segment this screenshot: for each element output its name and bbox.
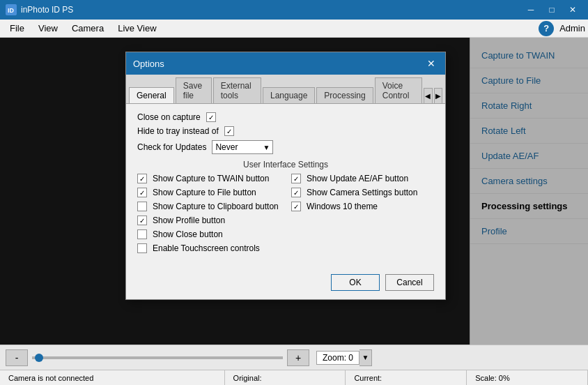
checkbox-capture-clipboard: Show Capture to Clipboard button [137, 202, 280, 211]
check-updates-label: Check for Updates [137, 142, 206, 152]
zoom-dropdown-arrow[interactable]: ▼ [359, 349, 372, 366]
cb-win10-theme[interactable] [291, 202, 301, 211]
tab-save-file[interactable]: Save file [176, 77, 212, 103]
cb-profile-btn[interactable] [137, 216, 147, 225]
checkbox-camera-settings: Show Camera Settings button [291, 188, 434, 197]
main-area: inPhoto ID PS Capture to TWAIN Capture t… [0, 38, 588, 345]
zoom-minus-button[interactable]: - [6, 349, 28, 366]
dialog-content: Close on capture Hide to tray instead of… [126, 104, 445, 269]
app-title: inPhoto ID PS [21, 5, 521, 15]
tab-general[interactable]: General [129, 87, 174, 103]
zoom-slider[interactable] [32, 356, 283, 359]
menu-view[interactable]: View [31, 21, 65, 36]
checkbox-touchscreen: Enable Touchscreen controls [137, 243, 280, 253]
menu-bar-right: ? Admin [539, 21, 585, 36]
modal-overlay: Options ✕ General Save file External too… [0, 38, 588, 345]
tab-processing[interactable]: Processing [316, 87, 373, 103]
tab-language[interactable]: Language [263, 87, 315, 103]
dropdown-arrow-icon: ▼ [263, 144, 270, 151]
dialog-title: Options [133, 59, 164, 69]
tab-right-arrow[interactable]: ▶ [434, 88, 442, 103]
admin-label: Admin [559, 23, 585, 33]
checkbox-grid: Show Capture to TWAIN button Show Captur… [137, 174, 434, 257]
scale-status: Scale: 0% [467, 370, 588, 385]
bottom-toolbar: - + Zoom: 0 ▼ [0, 345, 588, 370]
dialog-buttons: OK Cancel [126, 269, 445, 299]
option-close-on-capture: Close on capture [137, 112, 434, 122]
zoom-slider-thumb[interactable] [35, 354, 43, 362]
status-bar: Camera is not connected Original: Curren… [0, 370, 588, 385]
zoom-plus-button[interactable]: + [287, 349, 309, 366]
cb-capture-file[interactable] [137, 188, 147, 197]
tab-bar: General Save file External tools Languag… [126, 75, 445, 104]
dialog-title-bar: Options ✕ [126, 52, 445, 75]
checkbox-update-aeaf: Show Update AE/AF button [291, 174, 434, 183]
zoom-control: Zoom: 0 ▼ [316, 349, 372, 366]
original-status: Original: [225, 370, 346, 385]
minimize-button[interactable]: ─ [521, 3, 541, 17]
cb-capture-twain[interactable] [137, 174, 147, 183]
cancel-button[interactable]: Cancel [385, 274, 434, 291]
current-status: Current: [346, 370, 467, 385]
cb-capture-clipboard[interactable] [137, 202, 147, 211]
zoom-slider-track [32, 356, 283, 359]
checkbox-win10-theme: Windows 10 theme [291, 202, 434, 211]
hide-to-tray-checkbox[interactable] [224, 126, 234, 136]
checkbox-capture-twain: Show Capture to TWAIN button [137, 174, 280, 183]
dialog-close-button[interactable]: ✕ [424, 56, 438, 70]
help-button[interactable]: ? [539, 21, 554, 36]
zoom-label: Zoom: 0 [316, 351, 359, 365]
camera-status: Camera is not connected [0, 370, 225, 385]
menu-camera[interactable]: Camera [65, 21, 111, 36]
app-icon: ID [6, 4, 17, 15]
maximize-button[interactable]: □ [542, 3, 562, 17]
cb-update-aeaf[interactable] [291, 174, 301, 183]
cb-touchscreen[interactable] [137, 243, 147, 253]
option-check-updates: Check for Updates Never ▼ [137, 140, 434, 154]
svg-text:ID: ID [8, 7, 15, 14]
close-button[interactable]: ✕ [563, 3, 582, 17]
cb-camera-settings[interactable] [291, 188, 301, 197]
hide-to-tray-label: Hide to tray instead of [137, 126, 219, 136]
checkbox-col-right: Show Update AE/AF button Show Camera Set… [291, 174, 434, 257]
window-controls: ─ □ ✕ [521, 3, 582, 17]
menu-live-view[interactable]: Live View [111, 21, 163, 36]
ui-settings-title: User Interface Settings [137, 160, 434, 169]
title-bar: ID inPhoto ID PS ─ □ ✕ [0, 0, 588, 20]
tab-left-arrow[interactable]: ◀ [424, 88, 432, 103]
close-on-capture-checkbox[interactable] [206, 112, 216, 122]
checkbox-col-left: Show Capture to TWAIN button Show Captur… [137, 174, 280, 257]
option-hide-to-tray: Hide to tray instead of [137, 126, 434, 136]
cb-close-btn[interactable] [137, 229, 147, 239]
checkbox-close-btn: Show Close button [137, 229, 280, 239]
menu-bar: File View Camera Live View ? Admin [0, 20, 588, 38]
check-updates-dropdown[interactable]: Never ▼ [212, 140, 273, 154]
menu-file[interactable]: File [3, 21, 31, 36]
tab-voice-control[interactable]: Voice Control [375, 77, 422, 103]
tab-external-tools[interactable]: External tools [213, 77, 261, 103]
checkbox-capture-file: Show Capture to File button [137, 188, 280, 197]
options-dialog: Options ✕ General Save file External too… [125, 52, 446, 300]
checkbox-profile-btn: Show Profile button [137, 216, 280, 225]
close-on-capture-label: Close on capture [137, 112, 201, 122]
ok-button[interactable]: OK [331, 274, 380, 291]
